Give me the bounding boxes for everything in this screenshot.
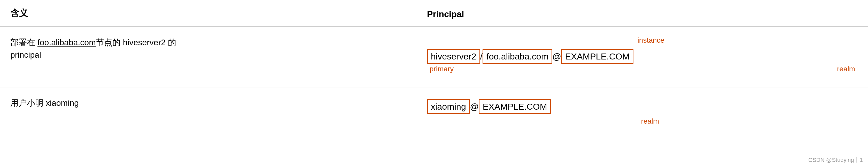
- meaning-text-1: 部署在 foo.alibaba.com节点的 hiveserver2 的 pri…: [10, 36, 406, 61]
- meaning-user-label: 用户小明 xiaoming: [10, 98, 79, 108]
- meaning-text-2: 用户小明 xiaoming: [10, 97, 406, 109]
- page-container: 含义 Principal 部署在 foo.alibaba.com节点的 hive…: [0, 0, 868, 166]
- meaning-text-prefix: 部署在: [10, 38, 37, 47]
- meaning-principal-label: principal: [10, 50, 41, 59]
- principal-primary-text: hiveserver2: [431, 52, 476, 61]
- meaning-hostname: foo.alibaba.com: [37, 38, 96, 47]
- realm-label-1: realm: [837, 65, 855, 73]
- principal-realm-box-2: EXAMPLE.COM: [479, 99, 551, 114]
- principal-cell-1: instance hiveserver2 / foo.alibaba.com @: [417, 27, 868, 87]
- col-meaning-header: 含义: [0, 0, 417, 27]
- main-table: 含义 Principal 部署在 foo.alibaba.com节点的 hive…: [0, 0, 868, 135]
- principal-primary-text-2: xiaoming: [431, 102, 466, 111]
- instance-label: instance: [638, 36, 664, 45]
- slash-separator: /: [480, 52, 483, 61]
- principal-row2: xiaoming @ EXAMPLE.COM realm: [427, 99, 858, 126]
- col-principal-header: Principal: [417, 0, 868, 27]
- realm-label-2: realm: [641, 117, 659, 125]
- meaning-cell-2: 用户小明 xiaoming: [0, 87, 417, 135]
- table-row: 部署在 foo.alibaba.com节点的 hiveserver2 的 pri…: [0, 27, 868, 87]
- at-sign-2: @: [470, 102, 479, 112]
- principal-cell-2: xiaoming @ EXAMPLE.COM realm: [417, 87, 868, 135]
- principal-value-row2: xiaoming @ EXAMPLE.COM: [427, 99, 858, 114]
- at-sign: @: [552, 52, 561, 61]
- principal-instance-box: foo.alibaba.com: [483, 49, 552, 64]
- table-header-row: 含义 Principal: [0, 0, 868, 27]
- primary-label: primary: [430, 65, 454, 73]
- principal-primary-box-2: xiaoming: [427, 99, 470, 114]
- table-row: 用户小明 xiaoming xiaoming @ EXAMPLE.COM: [0, 87, 868, 135]
- csdn-watermark: CSDN @Studying丨1: [808, 156, 863, 164]
- meaning-text-suffix: 节点的 hiveserver2 的: [96, 38, 176, 47]
- meaning-cell-1: 部署在 foo.alibaba.com节点的 hiveserver2 的 pri…: [0, 27, 417, 87]
- principal-instance-text: foo.alibaba.com: [487, 52, 549, 61]
- principal-realm-text: EXAMPLE.COM: [565, 52, 629, 61]
- principal-realm-text-2: EXAMPLE.COM: [483, 102, 547, 111]
- principal-primary-box: hiveserver2: [427, 49, 480, 64]
- principal-realm-box: EXAMPLE.COM: [561, 49, 633, 64]
